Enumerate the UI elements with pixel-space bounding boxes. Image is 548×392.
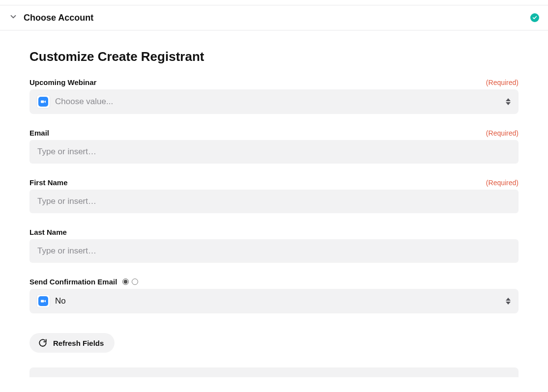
field-send-confirmation: Send Confirmation Email No bbox=[29, 278, 519, 313]
form-heading: Customize Create Registrant bbox=[29, 49, 519, 64]
svg-rect-0 bbox=[41, 101, 44, 103]
choose-account-panel: Choose Account Customize Create Registra… bbox=[0, 5, 548, 392]
field-last-name: Last Name bbox=[29, 228, 519, 263]
field-upcoming-webinar: Upcoming Webinar (Required) Choose value… bbox=[29, 78, 519, 114]
select-upcoming-webinar[interactable]: Choose value... bbox=[29, 89, 519, 114]
zoom-icon bbox=[36, 95, 50, 109]
label-upcoming-webinar: Upcoming Webinar bbox=[29, 78, 96, 86]
panel-header[interactable]: Choose Account bbox=[0, 5, 548, 30]
field-email: Email (Required) bbox=[29, 129, 519, 164]
label-first-name: First Name bbox=[29, 178, 68, 187]
refresh-label: Refresh Fields bbox=[53, 339, 104, 347]
zoom-icon bbox=[36, 294, 50, 308]
input-email[interactable] bbox=[36, 146, 512, 157]
refresh-icon bbox=[38, 338, 47, 347]
panel-title: Choose Account bbox=[24, 13, 93, 23]
required-marker: (Required) bbox=[486, 79, 519, 86]
select-placeholder: Choose value... bbox=[55, 97, 113, 107]
select-send-confirmation[interactable]: No bbox=[29, 289, 519, 313]
next-panel-peek bbox=[29, 367, 519, 377]
radio-option-2[interactable] bbox=[132, 279, 138, 285]
required-marker: (Required) bbox=[486, 179, 519, 187]
field-first-name: First Name (Required) bbox=[29, 178, 519, 213]
required-marker: (Required) bbox=[486, 129, 519, 137]
label-last-name: Last Name bbox=[29, 228, 67, 236]
select-value: No bbox=[55, 296, 66, 306]
status-complete-icon bbox=[530, 13, 539, 22]
input-last-name[interactable] bbox=[36, 246, 512, 256]
chevron-down-icon bbox=[9, 12, 18, 23]
sort-icon bbox=[506, 298, 511, 305]
sort-icon bbox=[506, 98, 511, 105]
radio-group-send-confirmation bbox=[121, 279, 140, 285]
form-content: Customize Create Registrant Upcoming Web… bbox=[0, 30, 548, 392]
svg-rect-1 bbox=[41, 300, 44, 303]
label-email: Email bbox=[29, 129, 49, 137]
label-send-confirmation: Send Confirmation Email bbox=[29, 278, 117, 286]
refresh-fields-button[interactable]: Refresh Fields bbox=[29, 333, 115, 353]
input-first-name[interactable] bbox=[36, 196, 512, 207]
radio-option-1[interactable] bbox=[122, 279, 129, 285]
